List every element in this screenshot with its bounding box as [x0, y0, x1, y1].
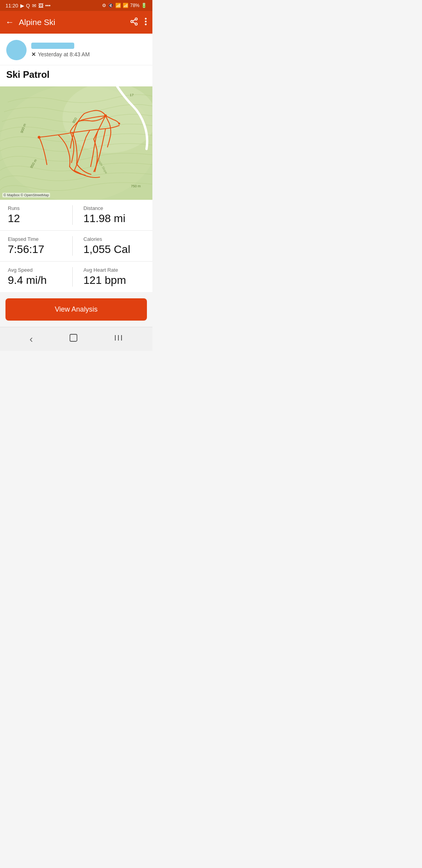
stats-row-2: Elapsed Time 7:56:17 Calories 1,055 Cal: [0, 231, 152, 262]
top-nav: ← Alpine Ski: [0, 11, 152, 34]
q-icon: Q: [26, 3, 30, 9]
stat-divider-1: [72, 205, 73, 225]
post-timestamp: Yesterday at 8:43 AM: [38, 51, 90, 57]
stats-section: Runs 12 Distance 11.98 mi Elapsed Time 7…: [0, 200, 152, 292]
elapsed-time-label: Elapsed Time: [8, 236, 39, 242]
x-logo-icon: ✕: [31, 51, 36, 57]
status-bar: 11:20 ▶ Q ✉ 🖼 ••• ⚙ 🔇 📶 📶 78% 🔋: [0, 0, 152, 11]
stat-distance: Distance 11.98 mi: [76, 205, 145, 225]
status-left: 11:20 ▶ Q ✉ 🖼 •••: [5, 3, 50, 9]
stat-avg-speed: Avg Speed 9.4 mi/h: [8, 267, 69, 287]
runs-value: 12: [8, 212, 20, 225]
profile-section: ✕ Yesterday at 8:43 AM: [0, 34, 152, 65]
back-button[interactable]: ←: [5, 17, 14, 27]
status-time: 11:20: [5, 3, 18, 9]
elapsed-time-value: 7:56:17: [8, 243, 44, 256]
stat-calories: Calories 1,055 Cal: [76, 236, 145, 256]
dots-icon: •••: [45, 3, 51, 9]
distance-value: 11.98 mi: [84, 212, 125, 225]
calories-label: Calories: [84, 236, 102, 242]
signal-icon: 📶: [123, 3, 129, 8]
home-nav-icon[interactable]: [68, 333, 79, 345]
stats-row-1: Runs 12 Distance 11.98 mi: [0, 200, 152, 231]
bottom-nav: ‹: [0, 327, 152, 351]
runs-label: Runs: [8, 205, 20, 211]
svg-point-18: [38, 136, 41, 139]
status-right: ⚙ 🔇 📶 📶 78% 🔋: [102, 3, 147, 8]
calories-value: 1,055 Cal: [84, 243, 131, 256]
profile-info: ✕ Yesterday at 8:43 AM: [31, 43, 90, 57]
avg-speed-value: 9.4 mi/h: [8, 274, 47, 287]
nav-icons: [130, 17, 147, 28]
stat-runs: Runs 12: [8, 205, 69, 225]
svg-line-3: [133, 22, 135, 23]
back-nav-icon[interactable]: ‹: [30, 333, 33, 345]
avg-speed-label: Avg Speed: [8, 267, 32, 273]
stat-avg-heart-rate: Avg Heart Rate 121 bpm: [76, 267, 145, 287]
svg-point-19: [118, 123, 120, 125]
bluetooth-icon: ⚙: [102, 3, 106, 8]
svg-point-7: [145, 23, 147, 25]
wifi-icon: 📶: [115, 3, 121, 8]
battery-icon: 🔋: [141, 3, 147, 8]
activity-title: Ski Patrol: [6, 69, 146, 80]
map-attribution: © Mapbox © OpenStreetMap: [2, 193, 50, 197]
map-container[interactable]: 900 m 950 950 m 750 m 17 Single Slope: [0, 86, 152, 200]
distance-label: Distance: [84, 205, 104, 211]
more-button[interactable]: [145, 17, 147, 28]
stat-elapsed-time: Elapsed Time 7:56:17: [8, 236, 69, 256]
stat-divider-2: [72, 236, 73, 256]
svg-point-17: [104, 115, 107, 117]
profile-name-placeholder: [31, 43, 74, 49]
stats-row-3: Avg Speed 9.4 mi/h Avg Heart Rate 121 bp…: [0, 262, 152, 292]
recents-nav-icon[interactable]: [114, 334, 123, 344]
mail-icon: ✉: [32, 3, 36, 9]
svg-point-6: [145, 20, 147, 22]
avatar: [6, 40, 27, 60]
svg-text:17: 17: [130, 93, 134, 97]
view-analysis-button[interactable]: View Analysis: [5, 298, 147, 321]
svg-point-5: [145, 18, 147, 20]
page-title: Alpine Ski: [19, 18, 130, 27]
svg-text:750 m: 750 m: [131, 184, 141, 188]
image-icon: 🖼: [38, 3, 43, 9]
avg-heart-rate-value: 121 bpm: [84, 274, 126, 287]
play-icon: ▶: [20, 3, 24, 9]
svg-rect-20: [70, 334, 77, 341]
svg-line-4: [133, 19, 135, 21]
mute-icon: 🔇: [108, 3, 114, 8]
avg-heart-rate-label: Avg Heart Rate: [84, 267, 118, 273]
activity-title-section: Ski Patrol: [0, 65, 152, 86]
battery-level: 78%: [130, 3, 139, 8]
stat-divider-3: [72, 267, 73, 287]
profile-meta: ✕ Yesterday at 8:43 AM: [31, 51, 90, 57]
share-button[interactable]: [130, 17, 138, 28]
